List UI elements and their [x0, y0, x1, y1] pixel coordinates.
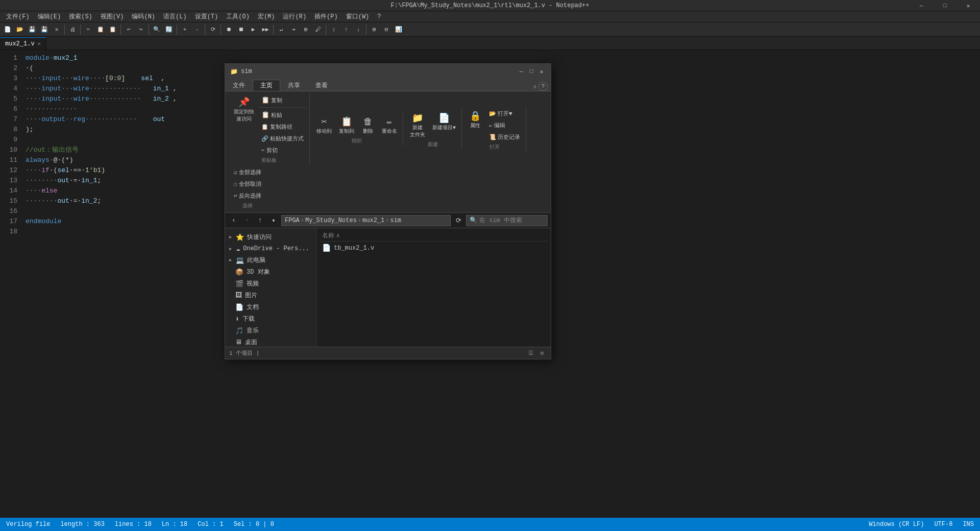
explorer-maximize-button[interactable]: □ — [527, 67, 535, 76]
toolbar-up[interactable]: ↑ — [340, 24, 352, 35]
tree-item-documents[interactable]: 📄 文档 — [225, 301, 316, 313]
toolbar-extra3[interactable]: 📊 — [393, 24, 404, 35]
up-button[interactable]: ↑ — [255, 215, 266, 226]
explorer-search-box[interactable]: 🔍 在 sim 中搜索 — [466, 215, 548, 226]
minimize-button[interactable]: — — [910, 0, 933, 11]
menu-view[interactable]: 视图(V) — [96, 11, 128, 22]
ribbon-properties-button[interactable]: 🔒 属性 — [466, 108, 484, 131]
tab-mux2-1-v[interactable]: mux2_1.v ✕ — [0, 37, 46, 50]
toolbar-macro-stop[interactable]: ⏹ — [235, 24, 247, 35]
toolbar-down[interactable]: ↓ — [353, 24, 364, 35]
menu-tools[interactable]: 工具(O) — [222, 11, 254, 22]
tree-item-desktop[interactable]: 🖥 桌面 — [225, 336, 316, 347]
ribbon-new-folder-button[interactable]: 📁 新建文件夹 — [407, 110, 428, 140]
maximize-button[interactable]: □ — [933, 0, 957, 11]
menu-encoding[interactable]: 编码(N) — [128, 11, 159, 22]
menu-settings[interactable]: 设置(T) — [191, 11, 223, 22]
toolbar-print[interactable]: 🖨 — [67, 24, 78, 35]
toolbar-save[interactable]: 💾 — [27, 24, 38, 35]
ribbon-open-button[interactable]: 📂 打开▼ — [486, 108, 523, 119]
toolbar-new[interactable]: 📄 — [2, 24, 13, 35]
toolbar-close[interactable]: ✕ — [51, 24, 62, 35]
large-icons-view-button[interactable]: ⊞ — [537, 349, 547, 358]
toolbar-extra2[interactable]: ⊟ — [381, 24, 392, 35]
toolbar-paste[interactable]: 📋 — [107, 24, 118, 35]
ribbon-pin-button[interactable]: 📌 固定到快速访问 — [231, 94, 257, 124]
ribbon-tab-file[interactable]: 文件 — [225, 80, 253, 91]
explorer-minimize-button[interactable]: — — [517, 67, 525, 76]
toolbar-find[interactable]: 🔍 — [151, 24, 162, 35]
menu-run[interactable]: 运行(R) — [279, 11, 310, 22]
path-part-sim[interactable]: sim — [390, 217, 401, 224]
toolbar-saveall[interactable]: 💾 — [39, 24, 50, 35]
menu-macro[interactable]: 宏(M) — [254, 11, 279, 22]
path-part-mux2[interactable]: mux2_1 — [362, 217, 384, 224]
ribbon-paste-shortcut-button[interactable]: 🔗 粘贴快捷方式 — [259, 133, 306, 144]
tree-item-quickaccess[interactable]: ▶ ⭐ 快速访问 — [225, 231, 316, 243]
ribbon-move-button[interactable]: ✂ 移动到 — [314, 114, 334, 136]
menu-search[interactable]: 搜索(S) — [65, 11, 96, 22]
toolbar-updown[interactable]: ↕ — [328, 24, 339, 35]
toolbar-zoomin[interactable]: + — [179, 24, 190, 35]
ribbon-tab-view[interactable]: 查看 — [308, 80, 335, 91]
ribbon-copy-path-button[interactable]: 📋 复制路径 — [259, 122, 306, 132]
toolbar-cut[interactable]: ✂ — [83, 24, 94, 35]
toolbar-open[interactable]: 📂 — [14, 24, 26, 35]
ribbon-new-item-button[interactable]: 📄 新建项目▼ — [430, 110, 458, 133]
path-part-fpga[interactable]: FPGA — [285, 217, 300, 224]
ribbon-rename-button[interactable]: ✏ 重命名 — [379, 114, 400, 136]
ribbon-invert-select-button[interactable]: ↩ 反向选择 — [231, 190, 264, 201]
back-button[interactable]: ‹ — [228, 215, 239, 226]
toolbar-sync[interactable]: ⟳ — [207, 24, 218, 35]
toolbar-replace[interactable]: 🔄 — [163, 24, 175, 35]
toolbar-highlight[interactable]: 🖊 — [312, 24, 324, 35]
toolbar-indent[interactable]: ⇥ — [288, 24, 299, 35]
ribbon-edit-button[interactable]: ✏ 编辑 — [486, 120, 523, 131]
toolbar-wordwrap[interactable]: ↵ — [276, 24, 287, 35]
toolbar-macro-run[interactable]: ▶▶ — [260, 24, 271, 35]
refresh-button[interactable]: ⟳ — [453, 215, 464, 226]
toolbar-macro-rec[interactable]: ⏺ — [223, 24, 234, 35]
ribbon-copy-button[interactable]: 📋 复制 — [259, 94, 306, 106]
ribbon-copyto-button[interactable]: 📋 复制到 — [336, 114, 357, 136]
ribbon-tab-share[interactable]: 共享 — [280, 80, 308, 91]
tree-item-pictures[interactable]: 🖼 图片 — [225, 289, 316, 301]
menu-window[interactable]: 窗口(W) — [342, 11, 374, 22]
menu-plugins[interactable]: 插件(P) — [310, 11, 342, 22]
forward-button[interactable]: › — [241, 215, 253, 226]
menu-language[interactable]: 语言(L) — [159, 11, 191, 22]
toolbar-folding[interactable]: ⊞ — [300, 24, 311, 35]
ribbon-paste-button[interactable]: 📋 粘贴 — [259, 109, 306, 120]
tab-close-button[interactable]: ✕ — [38, 40, 41, 47]
ribbon-history-button[interactable]: 📜 历史记录 — [486, 132, 523, 142]
tree-item-music[interactable]: 🎵 音乐 — [225, 325, 316, 336]
details-view-button[interactable]: ☰ — [526, 349, 535, 358]
ribbon-deselect-all-button[interactable]: ☐ 全部取消 — [231, 179, 264, 189]
path-part-notes[interactable]: My_Study_Notes — [305, 217, 357, 224]
tree-item-video[interactable]: 🎬 视频 — [225, 278, 316, 289]
menu-edit[interactable]: 编辑(E) — [34, 11, 65, 22]
toolbar-copy[interactable]: 📋 — [95, 24, 106, 35]
explorer-close-button[interactable]: ✕ — [537, 67, 546, 76]
ribbon-select-all-button[interactable]: ☑ 全部选择 — [231, 167, 264, 178]
tree-item-computer[interactable]: ▶ 💻 此电脑 — [225, 254, 316, 266]
toolbar-extra1[interactable]: ⊞ — [369, 24, 380, 35]
address-path[interactable]: FPGA › My_Study_Notes › mux2_1 › sim — [281, 215, 451, 226]
ribbon-cut-button[interactable]: ✂ 剪切 — [259, 145, 306, 156]
menu-help[interactable]: ? — [373, 12, 385, 21]
ribbon-delete-button[interactable]: 🗑 删除 — [359, 114, 377, 136]
toolbar-macro-play[interactable]: ▶ — [248, 24, 259, 35]
toolbar-zoomout[interactable]: - — [191, 24, 203, 35]
ribbon-expand-icon[interactable]: ∧ — [533, 83, 536, 90]
close-button[interactable]: ✕ — [957, 0, 980, 11]
tree-item-downloads[interactable]: ⬇ 下载 — [225, 313, 316, 325]
toolbar-undo[interactable]: ↩ — [123, 24, 134, 35]
recent-locations-button[interactable]: ▾ — [268, 215, 279, 226]
menu-file[interactable]: 文件(F) — [2, 11, 34, 22]
ribbon-tab-home[interactable]: 主页 — [253, 80, 280, 91]
tree-item-3d[interactable]: 📦 3D 对象 — [225, 266, 316, 278]
tree-item-onedrive[interactable]: ▶ ☁ OneDrive - Pers... — [225, 243, 316, 254]
ribbon-help-button[interactable]: ? — [538, 82, 548, 91]
toolbar-redo[interactable]: ↪ — [135, 24, 146, 35]
file-item-tb-mux2[interactable]: 📄 tb_mux2_1.v — [319, 242, 549, 254]
